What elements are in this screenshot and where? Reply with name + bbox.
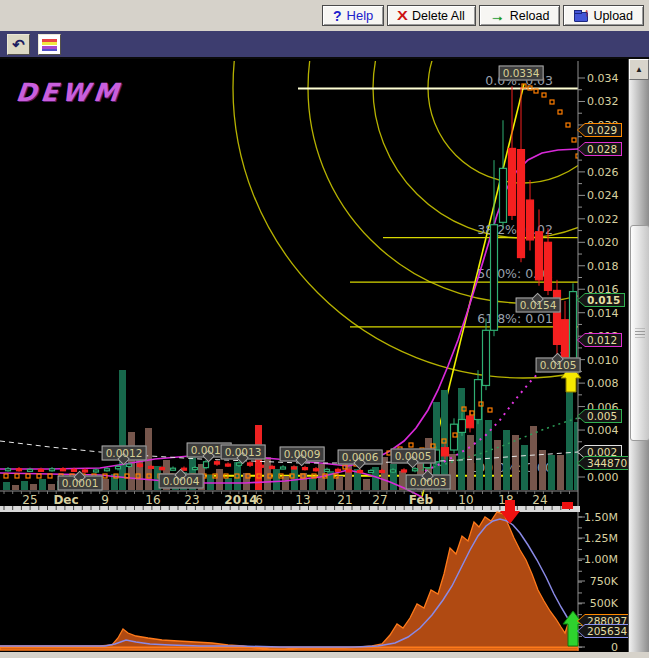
symbol-title: DEWM [14,78,123,107]
undo-button[interactable]: ↶ [7,34,30,55]
window-bottom-edge [0,652,649,658]
reload-arrow-icon: → [490,8,505,23]
delete-all-label: Delete All [412,9,465,23]
reload-button[interactable]: → Reload [479,5,561,26]
main-toolbar: ? Help X Delete All → Reload ↑ Upload [0,0,649,31]
scroll-thumb[interactable] [630,225,649,441]
undo-icon: ↶ [12,37,25,52]
reload-label: Reload [510,9,550,23]
delete-all-button[interactable]: X Delete All [387,5,475,26]
help-icon: ? [333,8,342,24]
drawing-toolbar: ↶ [0,31,649,59]
scroll-thumb-grip [635,329,645,338]
app-window: ? Help X Delete All → Reload ↑ Upload ↶ … [0,0,649,658]
upload-folder-icon: ↑ [574,10,588,22]
vertical-scrollbar[interactable]: ▲ [628,59,649,652]
chart-canvas[interactable] [0,59,649,652]
delete-icon: X [397,8,408,23]
help-button[interactable]: ? Help [322,5,384,26]
scroll-up-button[interactable]: ▲ [629,59,649,80]
upload-button[interactable]: ↑ Upload [563,5,644,26]
color-palette-icon [42,37,57,52]
color-palette-button[interactable] [38,34,61,55]
help-label: Help [347,8,374,23]
upload-label: Upload [593,9,633,23]
